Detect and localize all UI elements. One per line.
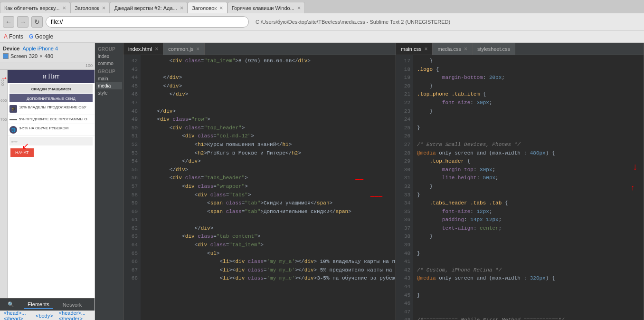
left-code-area: 4243444546 4748495051 5253545556 5758596… — [123, 55, 396, 320]
file-item-media[interactable]: media — [96, 82, 122, 89]
device-preview-panel: Device Apple iPhone 4 Screen 320 × 480 1… — [0, 43, 95, 320]
red-arrow-start: ↙ — [22, 141, 29, 151]
right-editor-tabs: main.css × media.css × stylesheet.css — [396, 43, 644, 55]
left-line-numbers: 4243444546 4748495051 5253545556 5758596… — [123, 55, 141, 320]
ruler-left: 500 600 700 → — [0, 70, 8, 298]
ruler-label-2: 600 — [0, 98, 7, 103]
right-tab-main-label: main.css — [401, 46, 421, 52]
close-tab-5[interactable]: × — [297, 4, 301, 11]
right-tab-media[interactable]: media.css × — [433, 43, 473, 55]
screen-label: Screen — [10, 53, 27, 59]
preview-item3-text: 3-5% НА ОБУЧЕ РУБЕЖОМ — [19, 126, 68, 131]
window-title: C:\Users\бую\Desktop\site\TBee\css\media… — [256, 19, 641, 25]
group-label-1: GROUP — [96, 45, 122, 53]
breadcrumb-body[interactable]: <body> — [36, 313, 53, 319]
right-tab-stylesheet[interactable]: stylesheet.css — [473, 43, 515, 55]
preview-site-title: и Пит — [8, 70, 95, 83]
preview-color-text: ffffff — [11, 140, 18, 144]
red-arrow-left: → — [0, 74, 8, 82]
back-button[interactable]: ← — [3, 16, 14, 28]
preview-btn2[interactable]: ДОПОЛНИТЕЛЬНЫЕ СКИД — [9, 94, 93, 102]
devtools-tabs: 🔍 Elements Network — [0, 298, 95, 310]
file-item-main[interactable]: main. — [96, 75, 122, 82]
preview-btn1-label: СКИДКИ УЧАЩИМСЯ — [31, 87, 71, 91]
preview-inner: и Пит СКИДКИ УЧАЩИМСЯ ДОПОЛНИТЕЛЬНЫЕ СКИ… — [8, 70, 95, 298]
preview-btn2-label: ДОПОЛНИТЕЛЬНЫЕ СКИД — [27, 97, 76, 101]
right-tab-stylesheet-label: stylesheet.css — [477, 46, 510, 52]
ruler-top: 100 — [0, 62, 95, 70]
file-item-style[interactable]: style — [96, 89, 122, 97]
fonts-label: Fonts — [9, 33, 23, 40]
preview-item-2: 5% ПРЕДЯВИТЕ ВСЕ ПРОГРАММЫ О — [8, 115, 95, 124]
right-code-editor: main.css × media.css × stylesheet.css 17… — [396, 43, 644, 320]
preview-item1-icon: 🎓 — [9, 105, 17, 113]
forward-button[interactable]: → — [17, 16, 28, 28]
group-label-2: GROUP — [96, 67, 122, 75]
tab-label-4: Заголовок — [192, 5, 217, 11]
devtools-tab-1[interactable]: 🔍 — [4, 301, 18, 309]
tab-label-2: Заголовок — [75, 5, 99, 11]
preview-area: 500 600 700 → и Пит СКИДКИ УЧАЩИМСЯ ДОПО… — [0, 70, 95, 298]
device-label: Device — [3, 46, 19, 51]
preview-start-area: НАЧАТ ↙ — [8, 146, 95, 159]
editors-area: index.html × common.js × 4243444546 4748… — [123, 43, 644, 320]
address-bar-row: ← → ↻ file:// C:\Users\бую\Desktop\site\… — [0, 13, 644, 30]
close-tab-2[interactable]: × — [102, 4, 106, 11]
close-tab-4[interactable]: × — [219, 4, 223, 11]
right-tab-main[interactable]: main.css × — [396, 43, 433, 55]
address-input[interactable]: file:// — [46, 16, 249, 28]
file-item-index[interactable]: index — [96, 53, 122, 60]
left-code-content: <div class="tab_item">8 (926) 666-66-66<… — [141, 55, 396, 320]
close-tab-1[interactable]: × — [63, 4, 66, 11]
preview-item2-text: 5% ПРЕДЯВИТЕ ВСЕ ПРОГРАММЫ О — [19, 117, 87, 122]
bookmark-google[interactable]: G Google — [29, 33, 53, 40]
file-item-common[interactable]: commo — [96, 60, 122, 67]
screen-checkbox[interactable] — [3, 53, 9, 59]
preview-item2-icon — [9, 119, 17, 120]
right-code-content: } .logo { margin-bottom: 20px; } .top_ph… — [413, 55, 644, 320]
tab-label-3: Джедай верстки #2: Ада... — [114, 5, 177, 11]
left-tab-common[interactable]: common.js × — [163, 43, 205, 55]
google-label: Google — [35, 33, 53, 40]
devtools-tab-network[interactable]: Network — [59, 301, 85, 309]
ruler-label-3: 700 — [0, 117, 7, 122]
refresh-button[interactable]: ↻ — [31, 16, 43, 28]
browser-chrome: Как облегчить верску... × Заголовок × Дж… — [0, 0, 644, 43]
left-tab-index-close[interactable]: × — [155, 46, 158, 52]
close-tab-3[interactable]: × — [180, 4, 184, 11]
right-code-area: 1718192021 2223242526 2728293031 3233343… — [396, 55, 644, 320]
left-tab-common-close[interactable]: × — [196, 46, 199, 52]
screen-height: 480 — [45, 53, 53, 59]
screen-width: 320 — [29, 53, 38, 59]
left-tab-index[interactable]: index.html × — [123, 43, 163, 55]
breadcrumb-header[interactable]: <header>...</header> — [59, 310, 91, 320]
browser-tab-2[interactable]: Заголовок × — [70, 2, 110, 13]
google-icon: G — [29, 33, 33, 40]
file-panel: GROUP index commo GROUP main. media styl… — [95, 43, 123, 320]
red-arrow-right: ↓ — [632, 160, 638, 175]
bookmark-fonts[interactable]: A Fonts — [4, 33, 23, 40]
breadcrumb-head[interactable]: <head>...</head> — [4, 310, 30, 320]
preview-item1-text: 10% ВЛАДЕЛЫ ПРОДОЛЖЕНИЕ ОБУ — [19, 105, 86, 110]
left-code-editor: index.html × common.js × 4243444546 4748… — [123, 43, 396, 320]
tab-label-1: Как облегчить верску... — [4, 5, 60, 11]
tab-label-5: Горячие клавиши Windo... — [232, 5, 294, 11]
right-tab-media-close[interactable]: × — [464, 46, 467, 52]
devtools-tab-elements[interactable]: Elements — [24, 301, 53, 309]
browser-tab-1[interactable]: Как облегчить верску... × — [0, 2, 70, 13]
preview-item-3: 🌐 3-5% НА ОБУЧЕ РУБЕЖОМ — [8, 124, 95, 136]
browser-tab-3[interactable]: Джедай верстки #2: Ада... × — [110, 2, 188, 13]
tab-bar: Как облегчить верску... × Заголовок × Дж… — [0, 0, 644, 13]
left-tab-index-label: index.html — [128, 46, 152, 52]
screen-x: × — [39, 53, 42, 59]
device-toolbar: Device Apple iPhone 4 Screen 320 × 480 — [0, 43, 95, 62]
address-text: file:// — [51, 19, 63, 25]
preview-item3-icon: 🌐 — [9, 126, 17, 134]
browser-tab-4[interactable]: Заголовок × — [188, 2, 227, 13]
device-name: Apple iPhone 4 — [22, 46, 58, 51]
browser-tab-5[interactable]: Горячие клавиши Windo... × — [227, 2, 305, 13]
right-tab-main-close[interactable]: × — [424, 46, 427, 52]
preview-btn1[interactable]: СКИДКИ УЧАЩИМСЯ — [9, 84, 93, 93]
right-tab-media-label: media.css — [437, 46, 461, 52]
breadcrumb-bar: <head>...</head> <body> <header>...</hea… — [0, 310, 95, 320]
